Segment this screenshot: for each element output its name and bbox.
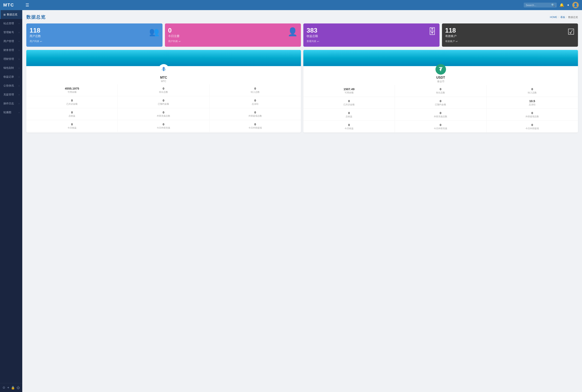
sidebar-label-site-manage: 站点管理 [4, 22, 14, 25]
stat-card-top: 118 用户总数 👥 [30, 27, 159, 38]
usdt-total-income-value: 0 [305, 111, 393, 115]
stat-label-revenue: 收益总额 [307, 34, 318, 38]
usdt-subtitle: 泰达币 [437, 80, 444, 83]
sidebar-item-dashboard[interactable]: ⊞ 数据总览 [0, 10, 22, 19]
avatar[interactable]: 👤 [572, 2, 579, 8]
mtc-stat-ext-recharge: 0 外部充值总数 [118, 108, 209, 120]
mtc-stat-reserved: 0 已预约金额 [118, 96, 209, 108]
mtc-transfer-in-label: 转入总数 [211, 90, 299, 94]
crypto-card-usdt: ₮ USDT 泰达币 1507.49 可用余额 0 转出总数 0 [303, 50, 578, 132]
stat-label-active: 有效账户 [445, 34, 457, 38]
sidebar-label-admin-account: 管理账号 [4, 30, 14, 34]
stat-number-revenue: 383 [307, 27, 318, 34]
chevron-icon: › [19, 94, 20, 96]
sidebar-item-operation-log[interactable]: 操作日志 › [0, 99, 22, 108]
header-right: 🔍 🔔 ✦ 👤 [524, 2, 579, 8]
lock-icon[interactable]: 🔒 [11, 386, 15, 390]
sidebar-item-site-manage[interactable]: 站点管理 › [0, 19, 22, 28]
logo: MTC [3, 2, 26, 8]
mtc-ext-recharge-value: 0 [120, 110, 207, 114]
sidebar-item-income-record[interactable]: 收益记录 › [0, 72, 22, 81]
sidebar-label-operation-log: 操作日志 [4, 102, 14, 105]
stat-link-today-reg[interactable]: 用户列表 ↩ [168, 40, 298, 43]
usdt-today-withdraw-value: 0 [488, 123, 576, 126]
search-box: 🔍 [524, 3, 557, 8]
mtc-transfer-out-value: 0 [120, 87, 207, 90]
revenue-icon: 🗄 [428, 27, 436, 36]
page-header: 数据总览 HOME / 看板 / 数据总览 [26, 14, 578, 20]
usdt-logo-area: ₮ USDT 泰达币 [303, 66, 578, 85]
stat-card-active-accounts: 118 有效账户 ☑ 有效账户 ↩ [442, 24, 578, 47]
mtc-stat-today-income: 0 今日收益 [26, 120, 118, 132]
stat-cards: 118 用户总数 👥 用户列表 ↩ 0 今日注册 👤 [26, 24, 578, 47]
mtc-name: MTC [160, 76, 167, 80]
mtc-stat-transfer-in: 0 转入总数 [209, 84, 301, 96]
page-title: 数据总览 [26, 14, 46, 20]
sidebar-item-carousel[interactable]: 轮播图 › [0, 108, 22, 117]
mtc-transfer-out-label: 转出总数 [120, 90, 207, 94]
usdt-transfer-in-label: 转入总数 [488, 91, 576, 94]
mtc-today-income-label: 今日收益 [28, 126, 116, 130]
mtc-consensus-label: 已共识金额 [28, 102, 116, 106]
usdt-total-income-label: 总收益 [305, 115, 393, 118]
mtc-today-income-value: 0 [28, 122, 116, 126]
chevron-icon: › [19, 84, 20, 87]
mtc-reserved-value: 0 [120, 99, 207, 102]
mtc-stat-total-income: 0 总收益 [26, 108, 118, 120]
stat-number-today-reg: 0 [168, 27, 179, 34]
sidebar-item-announcement[interactable]: 公告快讯 › [0, 81, 22, 90]
sidebar-item-wallet-transfer[interactable]: 钱包划转 › [0, 64, 22, 72]
mtc-stat-transfer-out: 0 转出总数 [118, 84, 209, 96]
sidebar-item-wealth-manage[interactable]: 理财管理 › [0, 54, 22, 64]
search-input[interactable] [526, 4, 550, 7]
usdt-today-withdraw-label: 今日外部提现 [488, 127, 576, 130]
expand-icon[interactable]: ✦ [7, 386, 10, 390]
stat-number-active: 118 [445, 27, 457, 34]
top-header: MTC ☰ 🔍 🔔 ✦ 👤 [0, 0, 582, 10]
sidebar-item-recharge-manage[interactable]: 充提管理 › [0, 90, 22, 99]
usdt-frozen-label: 总冻结 [488, 103, 576, 106]
sidebar-item-admin-account[interactable]: 管理账号 › [0, 28, 22, 37]
mtc-reserved-label: 已预约金额 [120, 102, 207, 106]
stat-card-top: 0 今日注册 👤 [168, 27, 298, 38]
stat-link-users[interactable]: 用户列表 ↩ [30, 40, 159, 43]
mtc-stats-grid: 4555.1975 可用余额 0 转出总数 0 转入总数 0 已共识金额 [26, 84, 301, 132]
sidebar-bottom: ⚙ ✦ 🔒 ⏻ [0, 383, 22, 392]
hamburger-icon[interactable]: ☰ [26, 3, 29, 8]
stat-number-users: 118 [30, 27, 41, 34]
breadcrumb-sep2: / [566, 16, 567, 18]
stat-card-today-reg: 0 今日注册 👤 用户列表 ↩ [165, 24, 301, 47]
chevron-icon: › [19, 22, 20, 25]
usdt-transfer-out-value: 0 [397, 87, 484, 91]
breadcrumb-current: 数据总览 [568, 16, 578, 19]
usdt-today-recharge-label: 今日外部充值 [397, 127, 484, 130]
mtc-today-withdraw-label: 今日外部提现 [211, 126, 299, 130]
sidebar-item-user-manage[interactable]: 用户管理 › [0, 37, 22, 46]
svg-marker-2 [164, 69, 166, 71]
sidebar-label-wealth-manage: 理财管理 [4, 57, 14, 61]
chevron-icon: › [19, 58, 20, 60]
chevron-icon: › [19, 76, 20, 78]
mtc-ext-withdraw-label: 外部提现总数 [211, 114, 299, 118]
bell-icon[interactable]: 🔔 [559, 3, 564, 7]
breadcrumb-panel[interactable]: 看板 [560, 16, 565, 19]
mtc-total-income-value: 0 [28, 110, 116, 114]
usdt-stat-reserved: 0 已预约金额 [395, 97, 486, 109]
stat-link-active[interactable]: 有效账户 ↩ [445, 40, 575, 43]
gear-icon[interactable]: ⚙ [3, 386, 5, 390]
breadcrumb-sep1: / [558, 16, 559, 18]
stat-link-revenue[interactable]: 查看列表 ↩ [307, 40, 436, 43]
search-icon[interactable]: 🔍 [551, 4, 555, 7]
register-icon: 👤 [287, 27, 298, 36]
sidebar-item-finance-manage[interactable]: 财务管理 › [0, 46, 22, 54]
sidebar-label-finance-manage: 财务管理 [4, 48, 14, 52]
mtc-ext-recharge-label: 外部充值总数 [120, 114, 207, 118]
dashboard-icon: ⊞ [4, 13, 6, 16]
usdt-available-value: 1507.49 [305, 87, 393, 91]
breadcrumb-home[interactable]: HOME [550, 16, 557, 18]
usdt-ext-withdraw-value: 0 [488, 111, 576, 115]
power-icon[interactable]: ⏻ [17, 386, 20, 390]
settings-icon[interactable]: ✦ [567, 3, 569, 7]
stat-label-users: 用户总数 [30, 34, 41, 38]
chevron-icon: › [19, 49, 20, 51]
